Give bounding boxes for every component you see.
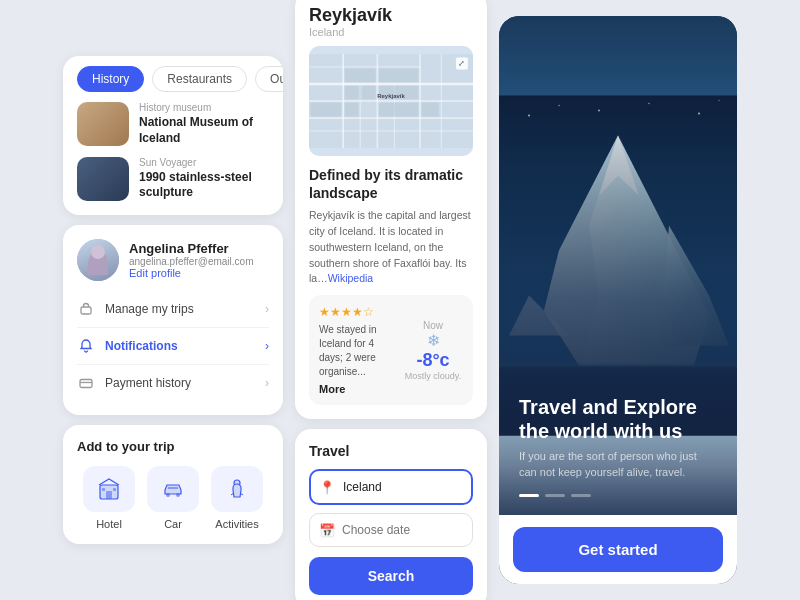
trip-icons: Hotel Car <box>77 466 269 530</box>
edit-profile-link[interactable]: Edit profile <box>129 267 253 279</box>
profile-name: Angelina Pfeffer <box>129 241 253 256</box>
briefcase-icon <box>77 300 95 318</box>
menu-label-notifications: Notifications <box>105 339 178 353</box>
weather-desc: Mostly cloudy. <box>403 371 463 381</box>
svg-text:⤢: ⤢ <box>458 59 465 68</box>
museum-name-1: National Museum of Iceland <box>139 115 269 146</box>
svg-rect-27 <box>345 103 359 117</box>
profile-menu: Manage my trips › Notifications › <box>77 291 269 401</box>
menu-label-trips: Manage my trips <box>105 302 194 316</box>
museum-image-voyager <box>77 157 129 201</box>
svg-rect-24 <box>362 86 376 100</box>
dot-2[interactable] <box>545 494 565 497</box>
weather-widget: Now ❄ -8°c Mostly cloudy. <box>403 320 463 381</box>
review-text: We stayed in Iceland for 4 days; 2 were … <box>319 323 395 379</box>
svg-rect-26 <box>311 103 342 117</box>
city-name: Reykjavík <box>309 5 473 26</box>
trip-item-activities[interactable]: Activities <box>211 466 263 530</box>
svg-rect-1 <box>80 379 92 387</box>
get-started-button[interactable]: Get started <box>513 527 723 572</box>
hotel-icon-box <box>83 466 135 512</box>
avatar <box>77 239 119 281</box>
activities-label: Activities <box>215 518 258 530</box>
add-to-trip-card: Add to your trip Hotel <box>63 425 283 544</box>
filter-tabs: History Restaurants Outdoor <box>63 56 283 102</box>
weather-temp: -8°c <box>403 350 463 371</box>
svg-rect-5 <box>113 488 116 491</box>
review-more-button[interactable]: More <box>319 383 395 395</box>
hero-card: Travel and Explore the world with us If … <box>499 16 737 584</box>
list-item[interactable]: Sun Voyager 1990 stainless-steel sculptu… <box>77 157 269 201</box>
profile-card: Angelina Pfeffer angelina.pfeffer@email.… <box>63 225 283 415</box>
svg-text:Reykjavík: Reykjavík <box>377 93 405 99</box>
calendar-icon: 📅 <box>319 523 335 538</box>
hero-image: Travel and Explore the world with us If … <box>499 16 737 515</box>
menu-item-trips[interactable]: Manage my trips › <box>77 291 269 328</box>
museum-image-history <box>77 102 129 146</box>
chevron-right-notif-icon: › <box>265 339 269 353</box>
museum-category-1: History museum <box>139 102 269 113</box>
travel-title: Travel <box>309 443 473 459</box>
svg-point-7 <box>176 493 180 497</box>
city-card: Reykjavík Iceland <box>295 0 487 419</box>
tab-restaurants[interactable]: Restaurants <box>152 66 247 92</box>
tab-outdoor[interactable]: Outdoor <box>255 66 283 92</box>
menu-label-payment: Payment history <box>105 376 191 390</box>
search-button[interactable]: Search <box>309 557 473 595</box>
tab-history[interactable]: History <box>77 66 144 92</box>
menu-item-notifications[interactable]: Notifications › <box>77 328 269 365</box>
hero-title: Travel and Explore the world with us <box>519 395 717 443</box>
svg-rect-22 <box>379 68 418 82</box>
city-country: Iceland <box>309 26 473 38</box>
destination-input-wrap: 📍 <box>309 469 473 505</box>
trip-item-car[interactable]: Car <box>147 466 199 530</box>
city-desc-title: Defined by its dramatic landscape <box>309 166 473 202</box>
svg-rect-23 <box>345 86 359 100</box>
svg-rect-29 <box>422 103 439 117</box>
snowflake-icon: ❄ <box>403 331 463 350</box>
chevron-right-payment-icon: › <box>265 376 269 390</box>
activities-icon-box <box>211 466 263 512</box>
svg-rect-0 <box>81 307 91 314</box>
svg-rect-28 <box>379 103 418 117</box>
svg-rect-4 <box>102 488 105 491</box>
museum-name-2: 1990 stainless-steel sculpture <box>139 170 269 201</box>
svg-rect-21 <box>345 68 376 82</box>
card-icon <box>77 374 95 392</box>
location-icon: 📍 <box>319 480 335 495</box>
trip-item-hotel[interactable]: Hotel <box>83 466 135 530</box>
review-card: ★★★★☆ We stayed in Iceland for 4 days; 2… <box>309 295 473 405</box>
hero-subtitle: If you are the sort of person who just c… <box>519 449 717 480</box>
svg-rect-3 <box>106 491 112 499</box>
list-item[interactable]: History museum National Museum of Icelan… <box>77 102 269 146</box>
date-input-wrap: 📅 <box>309 513 473 547</box>
hotel-label: Hotel <box>96 518 122 530</box>
svg-point-6 <box>166 493 170 497</box>
weather-label: Now <box>403 320 463 331</box>
hero-bottom: Get started <box>499 515 737 584</box>
travel-card: Travel 📍 📅 Search <box>295 429 487 600</box>
star-rating: ★★★★☆ <box>319 305 395 319</box>
city-map[interactable]: Reykjavík ⤢ <box>309 46 473 156</box>
dot-3[interactable] <box>571 494 591 497</box>
museum-list: History museum National Museum of Icelan… <box>63 102 283 214</box>
car-label: Car <box>164 518 182 530</box>
hero-overlay: Travel and Explore the world with us If … <box>499 375 737 515</box>
dot-1[interactable] <box>519 494 539 497</box>
car-icon-box <box>147 466 199 512</box>
city-description: Reykjavík is the capital and largest cit… <box>309 208 473 287</box>
wikipedia-link[interactable]: Wikipedia <box>328 272 374 284</box>
profile-email: angelina.pfeffer@email.com <box>129 256 253 267</box>
bell-icon <box>77 337 95 355</box>
museum-category-2: Sun Voyager <box>139 157 269 168</box>
menu-item-payment[interactable]: Payment history › <box>77 365 269 401</box>
chevron-right-icon: › <box>265 302 269 316</box>
carousel-dots <box>519 494 717 497</box>
trip-title: Add to your trip <box>77 439 269 454</box>
